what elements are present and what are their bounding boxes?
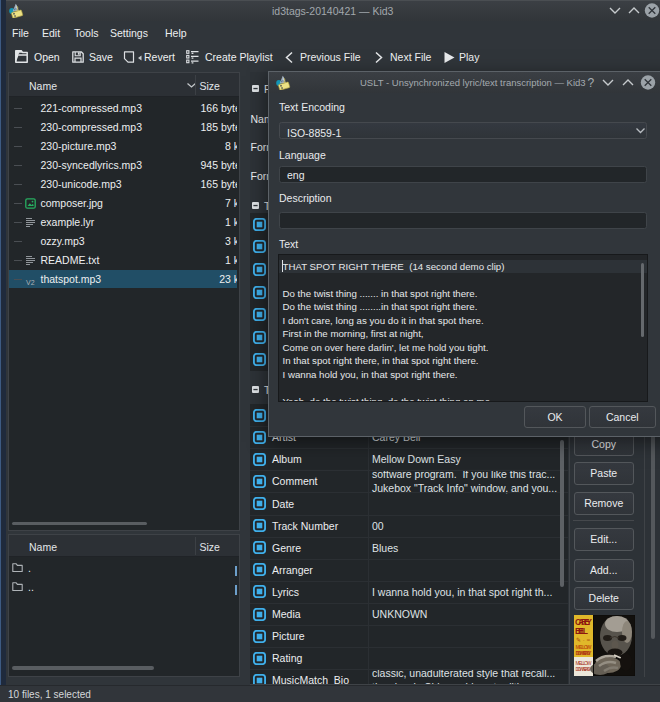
svg-text:DOWN EASY: DOWN EASY — [576, 666, 593, 672]
svg-text:BELL: BELL — [575, 626, 588, 636]
svg-text:DOWN EASY: DOWN EASY — [576, 650, 592, 656]
svg-text:MELLOW: MELLOW — [576, 644, 593, 650]
svg-text:✎·≈: ✎·≈ — [576, 637, 591, 643]
